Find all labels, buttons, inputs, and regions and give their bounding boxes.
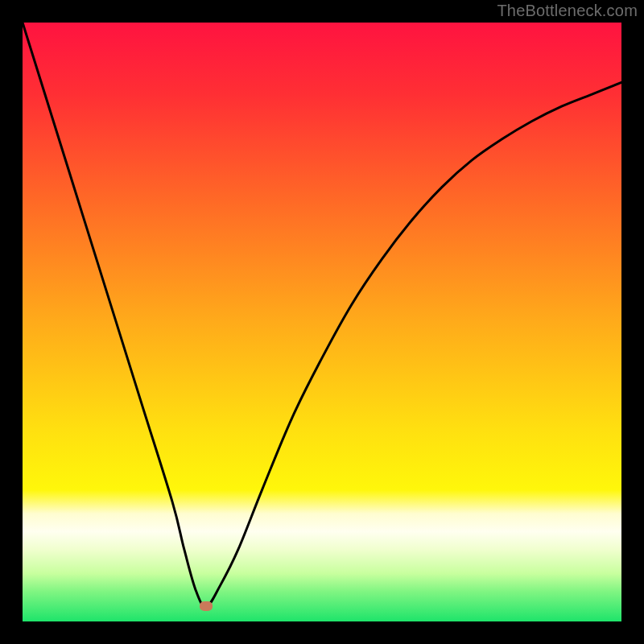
chart-frame: TheBottleneck.com bbox=[0, 0, 644, 644]
minimum-marker-icon bbox=[200, 601, 213, 611]
watermark-label: TheBottleneck.com bbox=[497, 2, 638, 20]
plot-area bbox=[23, 23, 621, 621]
bottleneck-curve bbox=[23, 23, 621, 621]
